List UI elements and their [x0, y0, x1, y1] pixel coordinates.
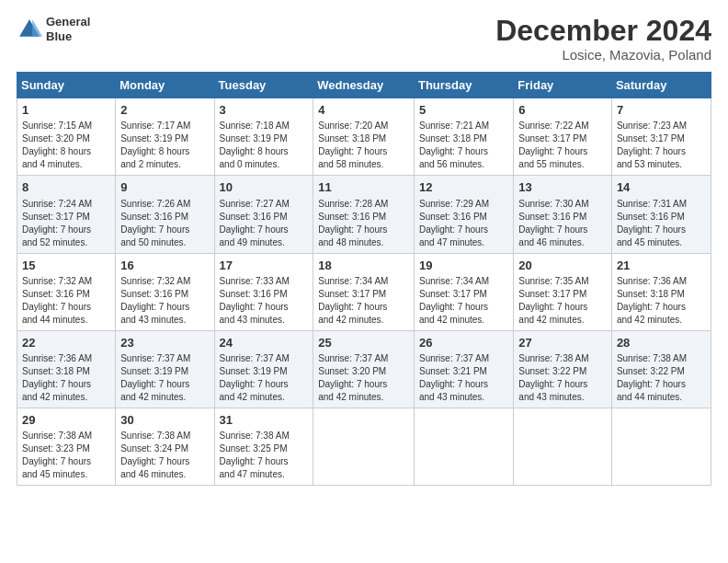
- calendar-table: SundayMondayTuesdayWednesdayThursdayFrid…: [17, 72, 711, 486]
- day-info: and 45 minutes.: [617, 236, 706, 249]
- day-cell: 14Sunrise: 7:31 AMSunset: 3:16 PMDayligh…: [611, 176, 711, 253]
- day-info: Sunrise: 7:27 AM: [220, 198, 309, 211]
- day-info: and 47 minutes.: [419, 236, 508, 249]
- day-number: 31: [220, 412, 309, 429]
- day-info: Sunrise: 7:35 AM: [518, 275, 607, 288]
- day-number: 26: [419, 335, 508, 351]
- day-info: Daylight: 7 hours: [518, 301, 607, 314]
- day-info: Sunrise: 7:31 AM: [617, 198, 706, 211]
- day-info: Daylight: 7 hours: [22, 301, 110, 314]
- day-info: and 46 minutes.: [518, 236, 607, 249]
- day-cell: [313, 408, 415, 485]
- day-info: and 45 minutes.: [22, 468, 110, 481]
- day-info: Sunrise: 7:28 AM: [318, 198, 409, 211]
- day-info: Sunrise: 7:32 AM: [120, 275, 209, 288]
- day-cell: 10Sunrise: 7:27 AMSunset: 3:16 PMDayligh…: [214, 176, 313, 253]
- day-cell: [611, 408, 711, 485]
- day-info: Sunset: 3:19 PM: [120, 132, 209, 145]
- day-info: Sunset: 3:20 PM: [318, 365, 409, 378]
- day-number: 16: [120, 258, 209, 274]
- col-header-monday: Monday: [116, 73, 214, 98]
- day-number: 12: [419, 179, 508, 196]
- day-info: Daylight: 7 hours: [318, 301, 409, 314]
- week-row-4: 22Sunrise: 7:36 AMSunset: 3:18 PMDayligh…: [17, 330, 711, 408]
- day-info: Daylight: 7 hours: [419, 145, 508, 158]
- day-cell: 12Sunrise: 7:29 AMSunset: 3:16 PMDayligh…: [414, 176, 513, 253]
- day-cell: 31Sunrise: 7:38 AMSunset: 3:25 PMDayligh…: [214, 408, 313, 485]
- day-info: Daylight: 7 hours: [318, 378, 409, 391]
- day-cell: 17Sunrise: 7:33 AMSunset: 3:16 PMDayligh…: [214, 253, 313, 330]
- day-info: and 49 minutes.: [220, 236, 309, 249]
- day-info: and 42 minutes.: [518, 314, 607, 327]
- day-info: Sunrise: 7:37 AM: [419, 352, 508, 365]
- day-info: Sunrise: 7:29 AM: [419, 198, 508, 211]
- day-cell: 27Sunrise: 7:38 AMSunset: 3:22 PMDayligh…: [514, 330, 612, 408]
- day-number: 28: [617, 335, 706, 351]
- day-number: 7: [617, 102, 706, 119]
- day-info: Sunset: 3:19 PM: [220, 365, 309, 378]
- day-info: Daylight: 7 hours: [22, 455, 110, 468]
- day-info: Sunrise: 7:37 AM: [318, 352, 409, 365]
- day-cell: [514, 408, 612, 485]
- day-number: 10: [220, 179, 309, 196]
- day-info: Daylight: 7 hours: [220, 224, 309, 236]
- day-number: 23: [120, 335, 209, 351]
- day-number: 4: [318, 102, 409, 119]
- col-header-wednesday: Wednesday: [313, 73, 415, 98]
- day-info: Sunset: 3:19 PM: [120, 365, 209, 378]
- day-info: and 58 minutes.: [318, 158, 409, 171]
- logo: General Blue: [17, 15, 90, 43]
- day-info: Daylight: 7 hours: [318, 145, 409, 158]
- day-info: Daylight: 7 hours: [518, 145, 607, 158]
- day-number: 13: [518, 179, 607, 196]
- day-info: and 2 minutes.: [120, 158, 209, 171]
- day-info: Sunset: 3:20 PM: [22, 132, 110, 145]
- day-number: 5: [419, 102, 508, 119]
- day-info: Sunrise: 7:18 AM: [220, 120, 309, 132]
- day-info: Daylight: 7 hours: [120, 455, 209, 468]
- day-info: and 52 minutes.: [22, 236, 110, 249]
- day-info: and 42 minutes.: [318, 391, 409, 404]
- title-block: December 2024 Losice, Mazovia, Poland: [495, 15, 711, 63]
- day-cell: 25Sunrise: 7:37 AMSunset: 3:20 PMDayligh…: [313, 330, 415, 408]
- page-container: General Blue December 2024 Losice, Mazov…: [0, 0, 728, 495]
- header: General Blue December 2024 Losice, Mazov…: [17, 15, 711, 63]
- day-cell: 21Sunrise: 7:36 AMSunset: 3:18 PMDayligh…: [611, 253, 711, 330]
- day-info: Daylight: 7 hours: [518, 224, 607, 236]
- day-info: Sunset: 3:18 PM: [617, 288, 706, 301]
- day-info: Sunrise: 7:15 AM: [22, 120, 110, 132]
- day-info: Sunset: 3:17 PM: [419, 288, 508, 301]
- day-info: Sunset: 3:18 PM: [419, 132, 508, 145]
- day-info: Sunrise: 7:38 AM: [120, 430, 209, 442]
- header-row: SundayMondayTuesdayWednesdayThursdayFrid…: [17, 73, 711, 98]
- day-cell: 7Sunrise: 7:23 AMSunset: 3:17 PMDaylight…: [611, 98, 711, 176]
- day-info: Sunrise: 7:36 AM: [617, 275, 706, 288]
- day-number: 20: [518, 258, 607, 274]
- day-info: and 43 minutes.: [518, 391, 607, 404]
- day-info: Daylight: 7 hours: [220, 455, 309, 468]
- day-info: Daylight: 7 hours: [220, 301, 309, 314]
- day-info: Sunset: 3:25 PM: [220, 442, 309, 455]
- day-info: Sunset: 3:16 PM: [318, 211, 409, 224]
- day-cell: 9Sunrise: 7:26 AMSunset: 3:16 PMDaylight…: [116, 176, 214, 253]
- day-info: and 44 minutes.: [22, 314, 110, 327]
- day-info: Daylight: 7 hours: [220, 378, 309, 391]
- day-info: Sunset: 3:19 PM: [220, 132, 309, 145]
- day-number: 27: [518, 335, 607, 351]
- day-number: 9: [120, 179, 209, 196]
- day-number: 29: [22, 412, 110, 429]
- day-number: 11: [318, 179, 409, 196]
- day-number: 3: [220, 102, 309, 119]
- day-info: Sunset: 3:16 PM: [419, 211, 508, 224]
- day-info: Daylight: 7 hours: [120, 224, 209, 236]
- day-info: Sunset: 3:18 PM: [22, 365, 110, 378]
- day-cell: 23Sunrise: 7:37 AMSunset: 3:19 PMDayligh…: [116, 330, 214, 408]
- day-info: Sunset: 3:16 PM: [22, 288, 110, 301]
- day-info: Sunrise: 7:38 AM: [22, 430, 110, 442]
- col-header-thursday: Thursday: [414, 73, 513, 98]
- day-info: Sunrise: 7:26 AM: [120, 198, 209, 211]
- day-info: and 56 minutes.: [419, 158, 508, 171]
- day-info: Sunrise: 7:21 AM: [419, 120, 508, 132]
- day-cell: 6Sunrise: 7:22 AMSunset: 3:17 PMDaylight…: [514, 98, 612, 176]
- day-cell: 30Sunrise: 7:38 AMSunset: 3:24 PMDayligh…: [116, 408, 214, 485]
